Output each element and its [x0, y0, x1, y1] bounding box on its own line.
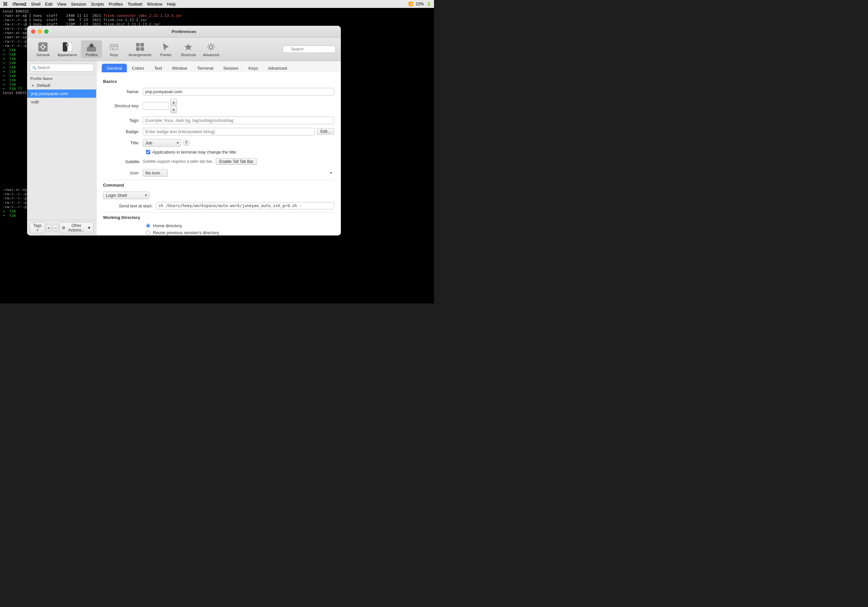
- tags-input[interactable]: [143, 116, 334, 124]
- badge-edit-button[interactable]: Edit...: [317, 128, 334, 135]
- term-line: total 696552: [3, 9, 431, 14]
- profile-item-vultr[interactable]: vultr: [27, 98, 96, 106]
- title-checkbox-row: Applications in terminal may change the …: [146, 150, 334, 155]
- toolbar-pointer-label: Pointer: [160, 53, 172, 57]
- app-name[interactable]: iTerm2: [12, 2, 26, 6]
- preferences-dialog: Preferences General Appearance Profiles …: [27, 26, 341, 235]
- tab-colors[interactable]: Colors: [127, 64, 149, 72]
- term-line: -rwxr-xr-x@ 1 hoey staff 244K 11 11 2021…: [3, 14, 431, 18]
- reuse-dir-radio[interactable]: [146, 231, 150, 235]
- badge-row: Badge: Edit...: [103, 127, 334, 136]
- home-dir-radio[interactable]: [146, 224, 150, 228]
- subtitle-row: Subtitle Subtitle support requires a tal…: [103, 157, 334, 166]
- name-label: Name:: [103, 89, 143, 94]
- toolbar-appearance[interactable]: Appearance: [55, 40, 80, 58]
- icon-select[interactable]: No Icon: [143, 169, 168, 177]
- menu-profiles[interactable]: Profiles: [108, 2, 123, 6]
- title-row: Title: Job Name Session Name ▼ ?: [103, 138, 334, 147]
- tab-session[interactable]: Session: [218, 64, 243, 72]
- general-icon: [38, 42, 48, 52]
- badge-label: Badge:: [103, 129, 143, 134]
- toolbar-profiles[interactable]: Profiles: [81, 40, 102, 58]
- toolbar-keys[interactable]: ⌘ Keys: [103, 40, 124, 58]
- shortcut-spinner: ▲ ▼: [143, 98, 177, 113]
- toolbar-shortcuts[interactable]: Shortcuts: [178, 40, 199, 58]
- sidebar-search-input[interactable]: [30, 64, 93, 72]
- maximize-button[interactable]: [44, 29, 48, 34]
- enable-tall-tab-bar-button[interactable]: Enable Tall Tab Bar: [216, 158, 257, 165]
- svg-line-29: [213, 44, 214, 46]
- sidebar-footer: Tags > + − ⚙ Other Actions... ▼: [27, 220, 96, 235]
- send-start-input[interactable]: [156, 202, 334, 209]
- svg-rect-19: [140, 47, 144, 51]
- toolbar-general[interactable]: General: [33, 40, 54, 58]
- apple-menu[interactable]: ⌘: [3, 1, 8, 7]
- shortcut-input[interactable]: [143, 102, 169, 110]
- command-row: Login Shell Custom Command ▼: [103, 191, 334, 200]
- command-header: Command: [103, 183, 334, 187]
- minimize-button[interactable]: [38, 29, 42, 34]
- svg-rect-18: [136, 47, 140, 51]
- svg-rect-14: [116, 46, 117, 47]
- profile-item-default[interactable]: ★ Default: [27, 81, 96, 90]
- title-select-wrap: Job Name Session Name ▼: [143, 139, 181, 147]
- svg-text:⌘: ⌘: [112, 48, 114, 50]
- name-input[interactable]: [143, 88, 334, 96]
- tab-advanced[interactable]: Advanced: [263, 64, 292, 72]
- menubar-right: 📶 22% 🔋: [408, 2, 431, 6]
- title-select[interactable]: Job Name Session Name: [143, 139, 181, 147]
- menu-view[interactable]: View: [57, 2, 67, 6]
- tab-general[interactable]: General: [102, 64, 127, 72]
- working-dir-radio-group: Home directory Reuse previous session's …: [146, 223, 334, 235]
- toolbar-general-label: General: [36, 53, 49, 57]
- toolbar-arrangements[interactable]: Arrangements: [126, 40, 154, 58]
- menu-toolbelt[interactable]: Toolbelt: [127, 2, 143, 6]
- tab-keys[interactable]: Keys: [243, 64, 263, 72]
- tab-terminal[interactable]: Terminal: [192, 64, 218, 72]
- profile-name-default: Default: [37, 83, 50, 88]
- shortcut-down-btn[interactable]: ▼: [170, 106, 177, 113]
- svg-marker-21: [184, 43, 192, 51]
- subtitle-description: Subtitle support requires a taller tab b…: [143, 159, 213, 164]
- tab-bar: General Colors Text Window Terminal Sess…: [96, 61, 341, 72]
- tab-window[interactable]: Window: [167, 64, 192, 72]
- menu-window[interactable]: Window: [147, 2, 162, 6]
- subtitle-label: Subtitle: [103, 159, 143, 164]
- arrangements-icon: [135, 42, 145, 52]
- toolbar-advanced[interactable]: Advanced: [200, 40, 222, 58]
- title-checkbox[interactable]: [146, 150, 150, 154]
- gear-icon: ⚙: [62, 226, 65, 230]
- profile-name-jmp: jmp.juneyaoair.com: [31, 91, 68, 96]
- other-actions-button[interactable]: ⚙ Other Actions... ▼: [59, 222, 93, 234]
- menu-edit[interactable]: Edit: [45, 2, 53, 6]
- toolbar-search-input[interactable]: [283, 46, 336, 53]
- svg-rect-12: [111, 46, 113, 47]
- badge-input[interactable]: [143, 128, 315, 135]
- profiles-sidebar: 🔍 Profile Name ★ Default jmp.juneyaoair.…: [27, 61, 96, 235]
- traffic-lights: [31, 29, 48, 34]
- battery-icon: 🔋: [426, 2, 431, 6]
- form-area: Basics Name: Shortcut key: ▲ ▼: [96, 72, 341, 235]
- menu-session[interactable]: Session: [71, 2, 86, 6]
- command-select[interactable]: Login Shell Custom Command: [103, 192, 149, 199]
- shortcut-up-btn[interactable]: ▲: [170, 98, 177, 106]
- menubar: ⌘ iTerm2 Shell Edit View Session Scripts…: [0, 0, 434, 8]
- toolbar-pointer[interactable]: Pointer: [155, 40, 177, 58]
- tags-label: Tags:: [103, 118, 143, 123]
- toolbar-arrangements-label: Arrangements: [129, 53, 151, 57]
- profile-item-jmp[interactable]: jmp.juneyaoair.com: [27, 90, 96, 98]
- svg-rect-17: [140, 43, 144, 46]
- battery-pct: 22%: [416, 2, 424, 6]
- add-profile-button[interactable]: +: [46, 225, 51, 231]
- tags-button[interactable]: Tags >: [30, 222, 45, 234]
- menu-scripts[interactable]: Scripts: [91, 2, 104, 6]
- tab-text[interactable]: Text: [149, 64, 167, 72]
- working-dir-header: Working Directory: [103, 215, 334, 220]
- menu-shell[interactable]: Shell: [31, 2, 40, 6]
- close-button[interactable]: [31, 29, 35, 34]
- menu-help[interactable]: Help: [167, 2, 176, 6]
- remove-profile-button[interactable]: −: [53, 225, 58, 231]
- command-select-wrap: Login Shell Custom Command ▼: [103, 192, 149, 199]
- title-help-button[interactable]: ?: [183, 139, 189, 146]
- profile-list-header: Profile Name: [27, 74, 96, 81]
